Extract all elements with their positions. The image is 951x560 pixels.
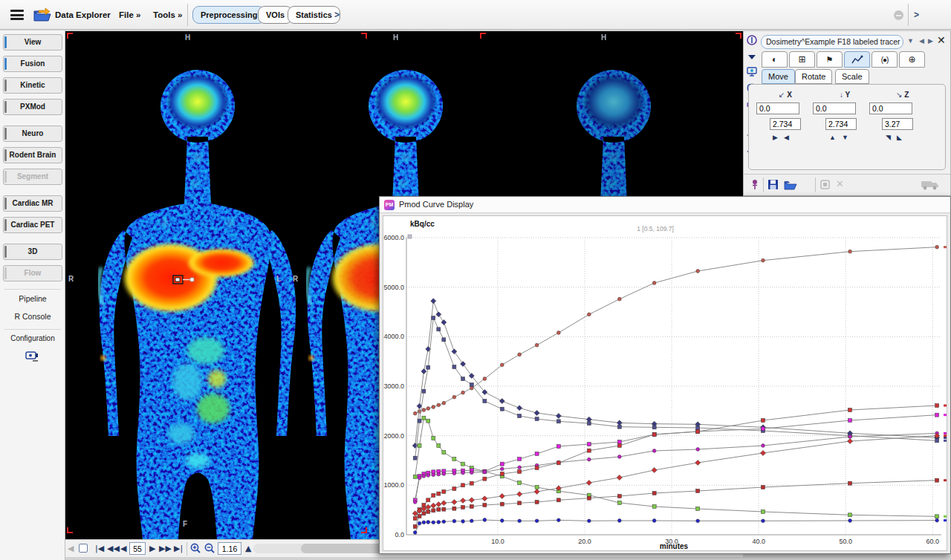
contrast-icon: ◐ (772, 54, 777, 65)
subtab-move[interactable]: Move (762, 69, 795, 84)
registration-icon: ⊕ (908, 54, 915, 65)
zoom-in-icon[interactable] (190, 543, 201, 554)
tab-layout[interactable]: ⊞ (789, 51, 815, 68)
vt-separator (186, 542, 187, 556)
view3-corner-tl (480, 33, 486, 39)
prev-study-icon[interactable]: ◀ (919, 37, 924, 45)
undo-arrow-icon: ◀ (68, 543, 74, 554)
curve-window-titlebar[interactable]: PM Pmod Curve Display (380, 197, 950, 213)
active-view-corner-br (361, 527, 367, 533)
orientation-label-l1: L (276, 275, 281, 283)
sidebar-item-fusion[interactable]: Fusion (3, 56, 62, 72)
step-y-input[interactable] (825, 118, 857, 130)
sidebar-item-flow: Flow (3, 265, 62, 281)
svg-text:5000.0: 5000.0 (383, 284, 404, 291)
sidebar-link-configuration[interactable]: Configuration (0, 334, 65, 342)
sidebar-item-cardiac-pet[interactable]: Cardiac PET (3, 217, 62, 233)
sidebar-item-segment: Segment (3, 169, 62, 185)
orientation-label-h1: H (185, 33, 190, 42)
subtab-scale[interactable]: Scale (835, 69, 869, 84)
toolbar-more-arrow[interactable]: > (334, 10, 340, 20)
pet-scan-view-1[interactable] (76, 31, 299, 539)
last-frame-icon[interactable]: ▶| (174, 543, 183, 554)
step-z-input[interactable] (882, 118, 913, 130)
svg-text:10.0: 10.0 (491, 538, 504, 545)
time-activity-chart[interactable]: 0.01000.02000.03000.04000.05000.06000.01… (383, 215, 947, 551)
expand-down-icon[interactable] (746, 51, 759, 63)
svg-text:4000.0: 4000.0 (383, 333, 404, 340)
frame-scrollbar-handle[interactable] (301, 544, 383, 553)
transform-chart-icon (851, 55, 863, 65)
pin-icon[interactable] (750, 179, 760, 191)
zoom-out-icon[interactable] (204, 543, 215, 554)
display-settings-icon[interactable] (746, 65, 759, 78)
subtab-rotate[interactable]: Rotate (795, 69, 832, 84)
tab-statistics[interactable]: Statistics (288, 6, 340, 24)
move-x-input[interactable] (756, 102, 799, 114)
sidebar-item-3d[interactable]: 3D (3, 244, 62, 260)
zoom-factor-input[interactable] (218, 542, 241, 555)
orientation-label-r2: R (293, 275, 298, 283)
y-step-buttons[interactable]: ▲▼ (829, 134, 854, 141)
menu-tools[interactable]: Tools » (153, 10, 182, 19)
pmod-logo-icon: PM (384, 200, 395, 210)
sidebar-item-rodent-brain[interactable]: Rodent Brain (3, 147, 62, 163)
sidebar-item-kinetic[interactable]: Kinetic (3, 77, 62, 94)
chart-xlabel: minutes (660, 542, 689, 550)
save-icon[interactable] (767, 179, 779, 191)
tab-transform[interactable] (844, 51, 870, 68)
configuration-icon[interactable] (25, 350, 41, 363)
chart-ylabel: kBq/cc (410, 220, 435, 228)
sidebar-item-view[interactable]: View (3, 34, 62, 51)
study-selector-dropdown[interactable]: Dosimetry^Example F18 labeled tracer D (761, 35, 903, 49)
voi-marker[interactable] (172, 275, 196, 285)
database-icon[interactable] (746, 34, 759, 47)
move-y-input[interactable] (813, 102, 856, 114)
tab-pin-tool[interactable]: ⚑ (817, 51, 843, 68)
sidebar-item-cardiac-mr[interactable]: Cardiac MR (3, 195, 62, 212)
step-x-input[interactable] (770, 118, 801, 130)
sidebar-link-r-console[interactable]: R Console (0, 312, 65, 321)
tab-contrast[interactable]: ◐ (762, 51, 788, 68)
motion-icon: (●) (881, 56, 889, 64)
collapse-icon[interactable]: ▲ (245, 543, 251, 554)
active-view-corner-tr (361, 33, 367, 39)
x-step-buttons[interactable]: ▶◀ (773, 134, 795, 141)
sidebar-divider (4, 289, 61, 290)
menu-file[interactable]: File » (119, 10, 140, 19)
svg-text:20.0: 20.0 (578, 538, 591, 545)
fast-rewind-icon[interactable]: ◀◀ (107, 543, 120, 554)
orientation-label-f1: F (183, 520, 187, 528)
sidebar-item-pxmod[interactable]: PXMod (3, 99, 62, 115)
load-folder-icon[interactable] (784, 179, 797, 191)
frame-scrollbar (253, 544, 383, 553)
active-view-corner-tl (67, 33, 73, 39)
prev-frame-icon[interactable]: ◀ (120, 543, 126, 554)
hamburger-menu-icon[interactable] (10, 10, 24, 20)
tab-registration[interactable]: ⊕ (899, 51, 925, 68)
tab-preprocessing[interactable]: Preprocessing (192, 6, 265, 24)
move-z-input[interactable] (869, 102, 912, 114)
pmod-folder-icon[interactable] (33, 7, 52, 23)
fast-forward-icon[interactable]: ▶▶ (159, 543, 172, 554)
close-panel-icon[interactable]: ✕ (937, 34, 946, 46)
z-step-buttons[interactable]: ◥◣ (886, 134, 908, 141)
svg-text:3000.0: 3000.0 (383, 382, 404, 390)
first-frame-icon[interactable]: |◀ (95, 543, 104, 554)
active-view-corner-bl (67, 527, 73, 533)
top-right-arrow[interactable]: > (914, 10, 919, 20)
overlay-checkbox[interactable] (79, 544, 88, 553)
sidebar-link-pipeline[interactable]: Pipeline (0, 294, 65, 303)
stop-button (894, 10, 903, 20)
layout-grid-icon: ⊞ (798, 54, 805, 65)
dropdown-chevron-icon[interactable]: ▼ (907, 37, 914, 45)
tab-motion[interactable]: (●) (872, 51, 898, 68)
sidebar-item-neuro[interactable]: Neuro (3, 126, 62, 142)
orientation-label-h3: H (601, 33, 606, 42)
apply-icon-disabled (820, 180, 831, 190)
svg-text:0.0: 0.0 (395, 531, 404, 538)
next-frame-icon[interactable]: ▶ (149, 543, 155, 554)
brand-label: Data Explorer (55, 10, 111, 19)
frame-number-input[interactable] (129, 542, 146, 555)
next-study-icon[interactable]: ▶ (928, 37, 933, 45)
